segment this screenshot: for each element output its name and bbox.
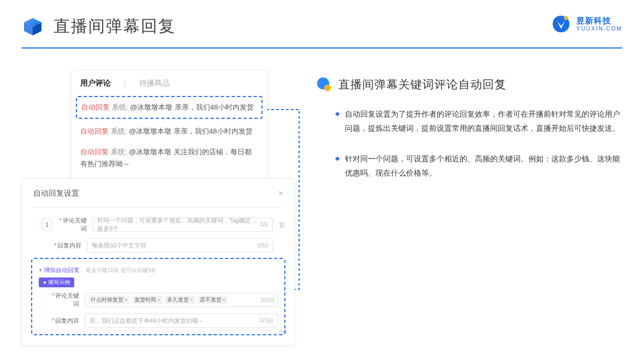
keyword-input[interactable]: 对同一个问题，可设置多个相近、高频的关键词，Tag确定，最多5个 0/5 bbox=[92, 218, 273, 232]
tab-pending-products[interactable]: 待播商品 bbox=[139, 79, 170, 88]
order-number: 1 bbox=[42, 219, 52, 231]
chat-bubble-icon bbox=[317, 77, 332, 92]
keyword-tag[interactable]: 迟不发货× bbox=[198, 295, 228, 304]
settings-title: 自动回复设置 bbox=[33, 189, 79, 198]
feature-title: 直播间弹幕关键词评论自动回复 bbox=[338, 77, 506, 92]
close-icon[interactable]: × bbox=[278, 189, 283, 198]
brand-name: 昱新科技 bbox=[576, 16, 622, 26]
example-content-label: *回复内容 bbox=[50, 317, 79, 325]
cube-icon bbox=[22, 16, 44, 38]
tab-user-comments[interactable]: 用户评论 bbox=[80, 79, 111, 88]
add-hint: 最多可建10条 还可以创建9条 bbox=[86, 267, 156, 273]
comment-item: 自动回复系统: @冰墩墩本墩 关注我们的店铺，每日都有热门推荐呦～ bbox=[80, 142, 258, 174]
keyword-tag[interactable]: 发货时间× bbox=[132, 295, 163, 304]
delete-icon[interactable]: 🗑 bbox=[278, 221, 285, 229]
feature-bullet: 针对同一个问题，可设置多个相近的、高频的关键词。例如：这款多少钱、这块能优惠吗、… bbox=[335, 152, 622, 180]
example-badge: ● 填写示例 bbox=[39, 277, 74, 287]
overflow-counter: /50 bbox=[279, 329, 287, 335]
page-title: 直播间弹幕回复 bbox=[53, 15, 176, 38]
example-keyword-label: *评论关键词 bbox=[50, 292, 79, 308]
tab-separator: | bbox=[124, 79, 126, 88]
example-keyword-tags[interactable]: 什么时候发货×发货时间×多久发货×迟不发货×20/50 bbox=[85, 293, 278, 307]
comments-panel: 用户评论 | 待播商品 自动回复系统: @冰墩墩本墩 亲亲，我们48小时内发货自… bbox=[71, 70, 267, 184]
comment-item: 自动回复系统: @冰墩墩本墩 亲亲，我们48小时内发货 bbox=[80, 121, 258, 142]
content-input[interactable]: 每条限50个中文字符 0/50 bbox=[87, 238, 273, 252]
example-content-input[interactable]: 亲，我们这边都是下单48小时内发货的哦～ 37/50 bbox=[85, 313, 278, 328]
svg-point-5 bbox=[324, 85, 331, 91]
svg-point-3 bbox=[564, 16, 568, 20]
brand-logo-icon bbox=[551, 14, 571, 34]
brand-url: YUUXIN.COM bbox=[576, 26, 622, 32]
brand: 昱新科技 YUUXIN.COM bbox=[551, 14, 622, 34]
feature-bullet: 自动回复设置为了提升作者的评论回复效率，作者可在开播前针对常见的评论用户问题，提… bbox=[335, 107, 622, 136]
drag-handle-icon[interactable]: ⋮⋮ bbox=[31, 221, 37, 228]
keyword-label: *评论关键词 bbox=[57, 216, 87, 233]
content-label: *回复内容 bbox=[52, 242, 81, 250]
example-highlight-box: + 增加自动回复 最多可建10条 还可以创建9条 ● 填写示例 *评论关键词 什… bbox=[31, 258, 285, 335]
add-auto-reply-link[interactable]: + 增加自动回复 bbox=[39, 267, 80, 273]
keyword-tag[interactable]: 什么时候发货× bbox=[88, 295, 130, 304]
auto-reply-settings-modal: 自动回复设置 × ⋮⋮ 1 *评论关键词 对同一个问题，可设置多个相近、高频的关… bbox=[22, 178, 295, 346]
comment-item: 自动回复系统: @冰墩墩本墩 亲亲，我们48小时内发货 bbox=[76, 96, 263, 119]
keyword-tag[interactable]: 多久发货× bbox=[165, 295, 195, 304]
